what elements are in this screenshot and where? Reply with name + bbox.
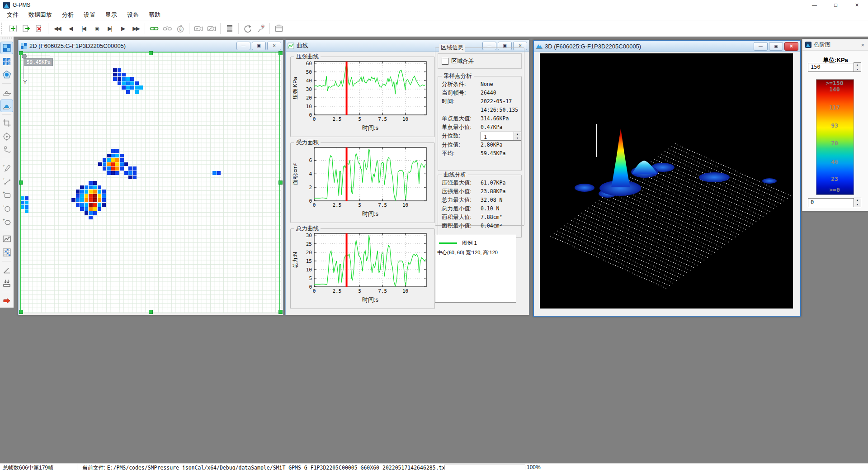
tool-target-icon[interactable] — [0, 130, 13, 143]
view-3d-wireframe-icon[interactable] — [0, 86, 13, 99]
window-2d-restore-button[interactable]: ▣ — [252, 42, 266, 50]
colorscale-max-input[interactable]: 150 — [808, 63, 856, 72]
selection-handle[interactable] — [149, 51, 153, 55]
colorscale-max-spinner[interactable]: ▲▼ — [854, 62, 861, 72]
menu-item-6[interactable]: 设备 — [122, 10, 144, 20]
colorscale-min-spinner[interactable]: ▲▼ — [854, 198, 861, 207]
chart-group-pressure-title: 压强曲线 — [294, 53, 321, 61]
tool-draw-polygon-icon[interactable]: + — [0, 215, 13, 228]
tool-draw-line-icon[interactable]: + — [0, 175, 13, 188]
app-title: G-PMS — [13, 2, 30, 8]
record-route-icon[interactable] — [255, 22, 267, 34]
selection-handle[interactable] — [278, 51, 283, 55]
link-device-icon[interactable] — [148, 22, 160, 34]
svg-text:20: 20 — [306, 250, 312, 256]
spin-down-icon[interactable]: ▼ — [854, 203, 861, 207]
frame-counter: 总帧数606中第179帧 — [3, 464, 53, 470]
window-2d-titlebar[interactable]: 2D (F606025:G-F1P3D2205C00005) — ▣ × — [19, 40, 283, 52]
selection-handle[interactable] — [19, 310, 23, 314]
spin-down-icon[interactable]: ▼ — [514, 136, 521, 140]
curve-value: 0.04cm² — [481, 222, 502, 230]
sidebar-drag-handle[interactable] — [2, 38, 12, 40]
delete-data-icon[interactable] — [33, 22, 45, 34]
window-3d-close-button[interactable]: × — [784, 42, 798, 51]
area-chart[interactable]: 02.557.5100246时间:s面积:cm² — [291, 143, 434, 223]
pressure-chart[interactable]: 02.557.5100102030405060时间:s压强:KPa — [291, 57, 434, 137]
surface-3d-canvas[interactable] — [540, 53, 793, 309]
refresh-icon[interactable] — [241, 22, 254, 34]
menu-item-2[interactable]: 数据回放 — [24, 10, 57, 20]
colorscale-close-button[interactable]: × — [859, 42, 866, 48]
selection-handle[interactable] — [19, 180, 23, 185]
menu-item-1[interactable]: 文件 — [2, 10, 24, 20]
view-value-grid-icon[interactable]: 2453 — [0, 55, 13, 68]
menu-item-3[interactable]: 分析 — [57, 10, 79, 20]
selection-handle[interactable] — [149, 310, 153, 314]
window-minimize-button[interactable]: — — [804, 0, 825, 10]
curve-value: 23.88KPa — [481, 187, 505, 196]
spin-up-icon[interactable]: ▲ — [514, 132, 521, 136]
stop-icon[interactable]: ◉ — [90, 22, 103, 34]
curve-row: 压强最小值:23.88KPa — [438, 187, 521, 196]
rewind-icon[interactable]: ◀◀ — [51, 22, 63, 34]
region-info-title: 区域信息 — [439, 44, 465, 52]
spin-down-icon[interactable]: ▼ — [854, 67, 861, 72]
timer-reset-icon[interactable]: 0 — [174, 22, 186, 34]
add-data-icon[interactable] — [7, 22, 19, 34]
svg-text:0: 0 — [313, 202, 316, 208]
tool-route-icon[interactable] — [0, 144, 13, 157]
colorscale-min-input[interactable]: 0 — [808, 198, 856, 207]
tool-draw-pencil-icon[interactable]: + — [0, 161, 13, 174]
window-2d-minimize-button[interactable]: — — [236, 42, 250, 50]
toolbar-drag-handle[interactable] — [1, 23, 5, 34]
stop-video-icon[interactable] — [205, 22, 217, 34]
tool-crop-icon[interactable] — [0, 117, 13, 130]
tool-press-apply-icon[interactable] — [0, 277, 13, 290]
colorscale-titlebar[interactable]: 色阶图 × — [802, 39, 868, 51]
selection-handle[interactable] — [19, 51, 23, 55]
quantile-spinner[interactable]: ▲▼ — [514, 132, 521, 140]
spin-up-icon[interactable]: ▲ — [854, 198, 861, 203]
tool-analyze-chart-icon[interactable] — [0, 233, 13, 245]
menu-item-5[interactable]: 显示 — [100, 10, 122, 20]
go-last-frame-icon[interactable]: ▶| — [104, 22, 116, 34]
selection-handle[interactable] — [278, 310, 283, 314]
region-merge-label: 区域合并 — [451, 57, 474, 65]
window-maximize-button[interactable]: □ — [825, 0, 846, 10]
quantile-spinbox[interactable]: 1 ▲▼ — [481, 132, 521, 141]
menu-item-7[interactable]: 帮助 — [144, 10, 165, 20]
window-3d-restore-button[interactable]: ▣ — [769, 42, 783, 51]
svg-text:5: 5 — [5, 62, 6, 66]
window-3d-titlebar[interactable]: 3D (F606025:G-F1P3D2205C00005) — ▣ × — [534, 41, 800, 52]
view-2d-grid-icon[interactable] — [0, 42, 13, 54]
window-3d: 3D (F606025:G-F1P3D2205C00005) — ▣ × — [533, 40, 801, 317]
display-gradient-icon[interactable] — [223, 22, 236, 34]
export-data-icon[interactable] — [20, 22, 32, 34]
region-merge-checkbox[interactable] — [442, 58, 448, 65]
tool-export-region-icon[interactable] — [0, 294, 13, 307]
tool-angle-measure-icon[interactable] — [0, 264, 13, 276]
open-archive-icon[interactable] — [273, 22, 285, 34]
view-pentagon-icon[interactable] — [0, 68, 13, 81]
go-first-frame-icon[interactable]: |◀ — [77, 22, 90, 34]
window-close-button[interactable]: × — [846, 0, 868, 10]
menu-item-4[interactable]: 设置 — [79, 10, 100, 20]
window-3d-minimize-button[interactable]: — — [754, 42, 768, 51]
selection-handle[interactable] — [278, 180, 283, 185]
pressure-map-2d-canvas[interactable]: 59.45KPa Y — [19, 52, 281, 313]
status-bar: 总帧数606中第179帧 当前文件: E:/PMS/codes/SMPressu… — [0, 463, 868, 470]
tool-sample-grid-icon[interactable] — [0, 246, 13, 259]
step-back-icon[interactable]: ◀ — [64, 22, 76, 34]
play-icon[interactable]: ▶ — [117, 22, 129, 34]
unlink-device-icon[interactable] — [161, 22, 173, 34]
tool-draw-circle-icon[interactable]: + — [0, 202, 13, 214]
toolbar-separator — [189, 23, 189, 34]
tool-draw-rect-icon[interactable]: + — [0, 188, 13, 201]
spin-up-icon[interactable]: ▲ — [854, 63, 861, 67]
selection-rectangle[interactable] — [20, 52, 280, 311]
view-3d-surface-icon[interactable] — [0, 100, 13, 112]
record-video-icon[interactable] — [192, 22, 204, 34]
window-2d-close-button[interactable]: × — [267, 42, 281, 50]
fast-forward-icon[interactable]: ▶▶ — [130, 22, 142, 34]
force-chart[interactable]: 02.557.510051015202530时间:s总力:N — [291, 229, 434, 309]
